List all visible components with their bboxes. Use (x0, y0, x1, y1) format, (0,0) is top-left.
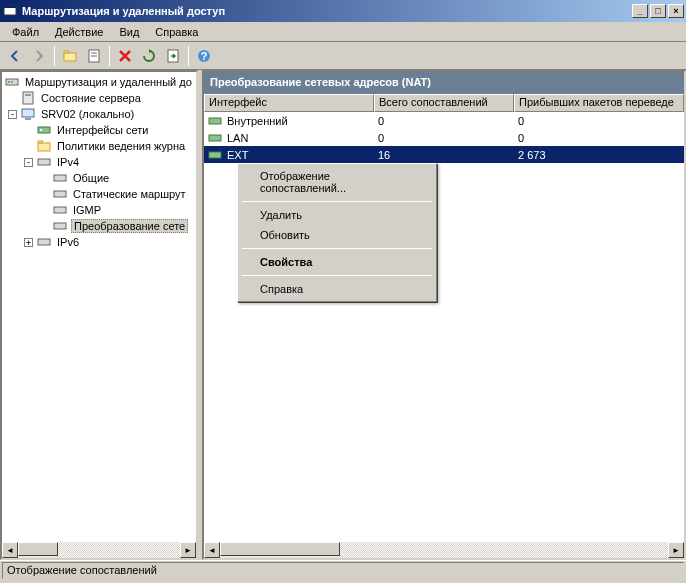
routes-icon (52, 186, 68, 202)
ctx-properties[interactable]: Свойства (240, 252, 434, 272)
statusbar: Отображение сопоставлений (0, 560, 686, 580)
svg-rect-18 (38, 143, 50, 151)
igmp-icon (52, 202, 68, 218)
help-button[interactable]: ? (193, 45, 215, 67)
cell-incoming: 2 673 (514, 148, 684, 162)
svg-rect-13 (25, 94, 31, 96)
window-title: Маршрутизация и удаленный доступ (22, 5, 630, 17)
ctx-delete[interactable]: Удалить (240, 205, 434, 225)
folder-icon (36, 138, 52, 154)
ctx-help[interactable]: Справка (240, 279, 434, 299)
menu-action[interactable]: Действие (47, 24, 111, 40)
list-row[interactable]: EXT 16 2 673 (204, 146, 684, 163)
svg-rect-27 (209, 152, 221, 158)
svg-rect-2 (64, 53, 76, 61)
scroll-left-icon[interactable]: ◄ (204, 542, 220, 558)
main-hscroll[interactable]: ◄ ► (204, 542, 684, 558)
svg-rect-17 (40, 129, 42, 131)
tree-ipv4[interactable]: - IPv4 (4, 154, 194, 170)
col-interface[interactable]: Интерфейс (204, 94, 374, 112)
scroll-right-icon[interactable]: ► (668, 542, 684, 558)
ipv4-icon (36, 154, 52, 170)
refresh-button[interactable] (138, 45, 160, 67)
server-icon (20, 90, 36, 106)
menu-view[interactable]: Вид (111, 24, 147, 40)
svg-rect-20 (54, 175, 66, 181)
titlebar: Маршрутизация и удаленный доступ _ □ × (0, 0, 686, 22)
menu-file[interactable]: Файл (4, 24, 47, 40)
menubar: Файл Действие Вид Справка (0, 22, 686, 42)
svg-rect-1 (4, 6, 16, 8)
cell-total: 16 (374, 148, 514, 162)
svg-rect-14 (22, 109, 34, 117)
tree-nat[interactable]: Преобразование сете (4, 218, 194, 234)
cell-iface: LAN (227, 132, 248, 144)
col-incoming[interactable]: Прибывших пакетов переведе (514, 94, 684, 112)
cell-total: 0 (374, 114, 514, 128)
expand-icon[interactable]: + (24, 238, 33, 247)
svg-rect-15 (25, 118, 31, 120)
svg-rect-21 (54, 191, 66, 197)
tree-logging-policies[interactable]: Политики ведения журна (4, 138, 194, 154)
svg-rect-19 (38, 159, 50, 165)
col-total[interactable]: Всего сопоставлений (374, 94, 514, 112)
ipv6-icon (36, 234, 52, 250)
scroll-right-icon[interactable]: ► (180, 542, 196, 558)
list-row[interactable]: Внутренний 0 0 (204, 112, 684, 129)
menu-help[interactable]: Справка (147, 24, 206, 40)
up-button[interactable] (59, 45, 81, 67)
svg-point-11 (11, 81, 13, 83)
computer-icon (20, 106, 36, 122)
svg-rect-16 (38, 127, 50, 133)
minimize-button[interactable]: _ (632, 4, 648, 18)
maximize-button[interactable]: □ (650, 4, 666, 18)
tree-general[interactable]: Общие (4, 170, 194, 186)
nat-icon (52, 218, 68, 234)
nic-icon (208, 148, 224, 162)
ctx-refresh[interactable]: Обновить (240, 225, 434, 245)
svg-rect-24 (38, 239, 50, 245)
scroll-left-icon[interactable]: ◄ (2, 542, 18, 558)
context-menu: Отображение сопоставлений... Удалить Обн… (237, 163, 437, 302)
export-button[interactable] (162, 45, 184, 67)
svg-point-10 (8, 81, 10, 83)
tree-root[interactable]: Маршрутизация и удаленный до (4, 74, 194, 90)
tree-server-status[interactable]: Состояние сервера (4, 90, 194, 106)
svg-text:?: ? (201, 50, 208, 62)
cell-incoming: 0 (514, 114, 684, 128)
cell-incoming: 0 (514, 131, 684, 145)
cell-total: 0 (374, 131, 514, 145)
tree-pane[interactable]: Маршрутизация и удаленный до Состояние с… (0, 70, 198, 560)
tree-ipv6[interactable]: + IPv6 (4, 234, 194, 250)
svg-rect-23 (54, 223, 66, 229)
rras-icon (4, 74, 20, 90)
tree-hscroll[interactable]: ◄ ► (2, 542, 196, 558)
svg-rect-22 (54, 207, 66, 213)
cell-iface: EXT (227, 149, 248, 161)
collapse-icon[interactable]: - (8, 110, 17, 119)
status-text: Отображение сопоставлений (2, 562, 684, 579)
properties-button[interactable] (83, 45, 105, 67)
delete-button[interactable] (114, 45, 136, 67)
svg-rect-12 (23, 92, 33, 104)
panel-title: Преобразование сетевых адресов (NAT) (204, 72, 684, 94)
list-row[interactable]: LAN 0 0 (204, 129, 684, 146)
app-icon (2, 3, 18, 19)
close-button[interactable]: × (668, 4, 684, 18)
nic-icon (36, 122, 52, 138)
general-icon (52, 170, 68, 186)
collapse-icon[interactable]: - (24, 158, 33, 167)
svg-rect-26 (209, 135, 221, 141)
tree-static-routes[interactable]: Статические маршрут (4, 186, 194, 202)
tree-igmp[interactable]: IGMP (4, 202, 194, 218)
back-button[interactable] (4, 45, 26, 67)
nic-icon (208, 114, 224, 128)
workspace: Маршрутизация и удаленный до Состояние с… (0, 70, 686, 560)
forward-button[interactable] (28, 45, 50, 67)
tree-srv[interactable]: - SRV02 (локально) (4, 106, 194, 122)
ctx-show-mappings[interactable]: Отображение сопоставлений... (240, 166, 434, 198)
nic-icon (208, 131, 224, 145)
tree-network-interfaces[interactable]: Интерфейсы сети (4, 122, 194, 138)
list-header: Интерфейс Всего сопоставлений Прибывших … (204, 94, 684, 112)
main-pane: Преобразование сетевых адресов (NAT) Инт… (202, 70, 686, 560)
